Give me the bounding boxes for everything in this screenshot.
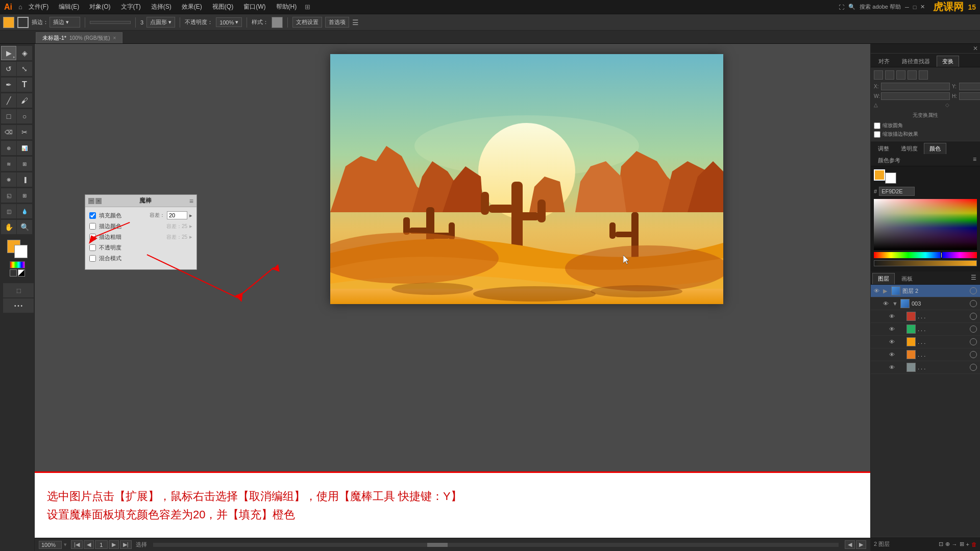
maximize-icon[interactable]: ⛶: [839, 4, 844, 10]
scale-corners-cb[interactable]: [874, 122, 880, 129]
zoom-input[interactable]: [39, 541, 62, 549]
delete-layer-icon[interactable]: 🗑: [971, 541, 977, 547]
sub003-expand-icon[interactable]: ▼: [892, 300, 898, 307]
minimize-icon[interactable]: ─: [905, 4, 909, 10]
zoom-chevron[interactable]: ▾: [64, 541, 67, 548]
fg-color-swatch[interactable]: [874, 169, 885, 181]
scale-stroke-cb[interactable]: [874, 131, 880, 138]
menu-text[interactable]: 文字(T): [117, 2, 145, 12]
fill-tolerance-expand[interactable]: ▸: [189, 212, 192, 219]
layer-item-yellow[interactable]: 👁 . . .: [871, 336, 980, 348]
hand-tool[interactable]: ✋: [1, 220, 16, 234]
color-spectrum[interactable]: [874, 199, 977, 250]
layout-icon[interactable]: ⊞: [305, 3, 310, 11]
layer-item-orange[interactable]: 👁 . . .: [871, 348, 980, 361]
scroll-right-btn[interactable]: ▶: [856, 540, 866, 549]
w-input[interactable]: [881, 92, 950, 100]
menu-window[interactable]: 窗口(W): [239, 2, 270, 12]
opacity-checkbox[interactable]: [89, 244, 96, 251]
template-icon[interactable]: ⊞: [960, 541, 964, 547]
layer-item-gray[interactable]: 👁 . . .: [871, 361, 980, 374]
column-graph-tool[interactable]: ▐: [17, 172, 32, 187]
opacity-slider[interactable]: [874, 260, 977, 266]
gray-layer-circle[interactable]: [970, 364, 977, 371]
home-icon[interactable]: ⌂: [18, 3, 22, 11]
scrollbar-thumb[interactable]: [427, 543, 448, 547]
first-page-btn[interactable]: |◀: [71, 540, 83, 549]
right-panel-close[interactable]: ✕: [973, 45, 978, 52]
layer-item-green[interactable]: 👁 . . .: [871, 323, 980, 336]
pen-tool[interactable]: ✒: [1, 78, 16, 92]
color-panel-menu[interactable]: ≡: [971, 155, 978, 166]
fill-color-swatch[interactable]: [3, 17, 14, 28]
next-page-btn[interactable]: ▶: [109, 540, 119, 549]
stroke-tolerance-expand[interactable]: ▸: [189, 223, 192, 230]
hue-slider[interactable]: [874, 252, 977, 258]
stroke-color-checkbox[interactable]: [89, 223, 96, 230]
free-transform-tool[interactable]: ⊞: [17, 157, 32, 171]
scroll-left-btn[interactable]: ◀: [845, 540, 855, 549]
style-swatch[interactable]: [272, 17, 283, 28]
prev-page-btn[interactable]: ◀: [84, 540, 94, 549]
layer2-circle-btn[interactable]: [970, 287, 977, 294]
symbol-tool[interactable]: ❋: [1, 172, 16, 187]
preferences-btn[interactable]: 首选项: [325, 17, 349, 28]
sub003-circle-btn[interactable]: [970, 300, 977, 307]
toolbar-menu-icon[interactable]: ☰: [352, 18, 359, 27]
tab-artboard[interactable]: 画板: [896, 273, 918, 284]
yellow-layer-circle[interactable]: [970, 338, 977, 345]
orange-layer-circle[interactable]: [970, 351, 977, 358]
green-layer-vis[interactable]: 👁: [889, 326, 896, 332]
search-icon-top[interactable]: 🔍: [848, 4, 855, 10]
tab-align[interactable]: 对齐: [873, 56, 895, 67]
menu-object[interactable]: 对象(O): [85, 2, 114, 12]
selection-tool[interactable]: ▶▸: [1, 46, 16, 60]
layer2-expand-icon[interactable]: ▶: [883, 288, 889, 294]
menu-edit[interactable]: 编辑(E): [55, 2, 83, 12]
orange-layer-vis[interactable]: 👁: [889, 352, 896, 358]
tab-pathfinder[interactable]: 路径查找器: [896, 56, 936, 67]
sw-tolerance-expand[interactable]: ▸: [189, 234, 192, 240]
tab-color[interactable]: 颜色: [924, 143, 946, 154]
h-input[interactable]: [959, 92, 980, 100]
artwork[interactable]: [330, 54, 723, 304]
yellow-layer-vis[interactable]: 👁: [889, 339, 896, 345]
layer-item-red[interactable]: 👁 . . .: [871, 310, 980, 323]
graph-tool[interactable]: 📊: [17, 141, 32, 155]
green-layer-circle[interactable]: [970, 325, 977, 333]
doc-settings-btn[interactable]: 文档设置: [292, 17, 322, 28]
type-tool[interactable]: T: [17, 78, 32, 92]
red-layer-circle[interactable]: [970, 313, 977, 320]
layers-panel-menu[interactable]: ☰: [969, 273, 978, 284]
eyedrop-tool[interactable]: 💧: [17, 204, 32, 218]
scale-corners-label[interactable]: 缩放圆角: [874, 122, 977, 129]
tab-adjust[interactable]: 调整: [872, 143, 895, 154]
create-sublayer-icon[interactable]: ⊕: [945, 541, 950, 547]
transform-icon-4[interactable]: [908, 70, 917, 80]
perspective-tool[interactable]: ◱: [1, 188, 16, 203]
transform-icon-3[interactable]: [896, 70, 905, 80]
layer2-vis-icon[interactable]: 👁: [874, 288, 881, 294]
brush-dropdown[interactable]: 插边 ▾: [50, 17, 80, 28]
last-page-btn[interactable]: ▶|: [120, 540, 132, 549]
zoom-tool[interactable]: 🔍: [17, 220, 32, 234]
scissors-tool[interactable]: ✂: [17, 125, 32, 139]
menu-effect[interactable]: 效果(E): [178, 2, 206, 12]
tab-close-btn[interactable]: ×: [113, 35, 116, 41]
color-hex-input[interactable]: [879, 187, 915, 196]
background-color[interactable]: [14, 245, 28, 258]
transform-icon-5[interactable]: [919, 70, 928, 80]
rect-tool[interactable]: □: [1, 109, 16, 123]
blend-mode-checkbox[interactable]: [89, 255, 96, 262]
red-layer-vis[interactable]: 👁: [889, 313, 896, 319]
line-tool[interactable]: ╱: [1, 93, 16, 108]
panel-minimize-btn[interactable]: ─: [88, 198, 94, 204]
menu-view[interactable]: 视图(Q): [208, 2, 237, 12]
gray-layer-vis[interactable]: 👁: [889, 364, 896, 370]
horizontal-scrollbar[interactable]: [153, 543, 839, 547]
scale-tool[interactable]: ⤡: [17, 62, 32, 76]
sub003-vis-icon[interactable]: 👁: [883, 300, 890, 307]
move-to-layer-icon[interactable]: →: [952, 541, 958, 547]
fill-tolerance-input[interactable]: [167, 211, 187, 219]
stroke-width-checkbox[interactable]: [89, 234, 96, 240]
